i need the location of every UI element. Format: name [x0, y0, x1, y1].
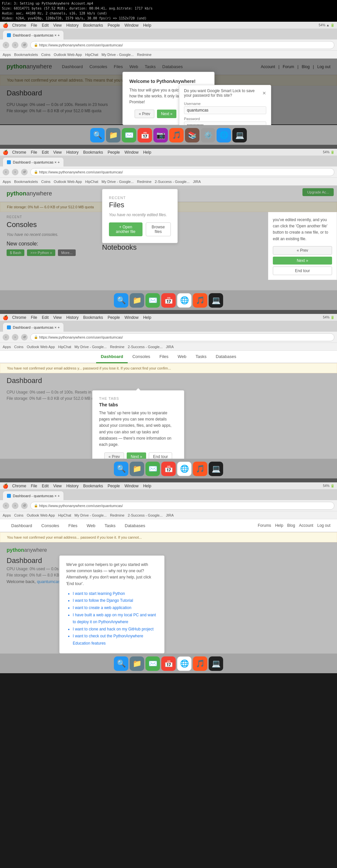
tour-next-btn-1[interactable]: Next » [157, 110, 176, 118]
menu-people-3[interactable]: People [108, 315, 120, 320]
welcome-link-4[interactable]: quantumcas [37, 579, 60, 584]
tour-end-btn-3[interactable]: End tour [149, 453, 172, 459]
helper-item-4[interactable]: I want to clone and hack on my GitHub pr… [73, 626, 158, 633]
menu-window-3[interactable]: Window [124, 315, 139, 320]
forward-btn-3[interactable]: › [12, 334, 19, 341]
dock-finder[interactable]: 🔍 [90, 128, 105, 143]
chrome-tab-2[interactable]: Dashboard - quantumcas × + [3, 157, 64, 166]
dock-terminal-2[interactable]: 💻 [209, 293, 223, 308]
bm-coins-2[interactable]: Coins [41, 180, 50, 184]
back-btn-2[interactable]: ‹ [3, 169, 9, 175]
refresh-btn-1[interactable]: ↺ [21, 42, 28, 49]
helper-item-3[interactable]: I have built a web app on my local PC an… [73, 612, 158, 626]
dock-browser[interactable]: 🌐 [217, 128, 231, 143]
url-bar-3[interactable]: 🔒 https://www.pythonanywhere.com/user/qu… [30, 333, 334, 341]
menu-bookmarks[interactable]: Bookmarks [83, 23, 103, 28]
tour-prev-btn-2[interactable]: « Prev [273, 246, 332, 255]
menu-bookmarks-3[interactable]: Bookmarks [83, 315, 103, 320]
url-bar-1[interactable]: 🔒 https://www.pythonanywhere.com/user/qu… [30, 41, 334, 49]
back-btn-3[interactable]: ‹ [3, 334, 9, 341]
dock-calendar-3[interactable]: 📅 [161, 462, 176, 476]
dock-books[interactable]: 📚 [185, 128, 200, 143]
bookmark-coins[interactable]: Coins [41, 53, 50, 57]
dock-mail-2[interactable]: ✉️ [146, 293, 160, 308]
apple-menu-4[interactable]: 🍎 [3, 483, 8, 489]
dock-music-2[interactable]: 🎵 [193, 293, 207, 308]
header-blog-4[interactable]: Blog [287, 523, 295, 528]
dock-music-4[interactable]: 🎵 [193, 656, 207, 671]
tour-prev-btn-3[interactable]: « Prev [104, 453, 124, 459]
dock-calendar[interactable]: 📅 [137, 128, 152, 143]
back-btn-1[interactable]: ‹ [3, 42, 9, 49]
dock-music[interactable]: 🎵 [169, 128, 184, 143]
menu-people-4[interactable]: People [108, 484, 120, 488]
open-another-file-btn[interactable]: + Open another file [109, 222, 143, 236]
helper-item-5[interactable]: I want to check out the PythonAnywhere E… [73, 633, 158, 647]
menu-edit-3[interactable]: Edit [42, 315, 49, 320]
tab-files-4-nav[interactable]: Files [64, 520, 82, 531]
tour-end-btn-2[interactable]: End tour [273, 267, 332, 275]
bookmark-apps[interactable]: Apps [3, 53, 11, 57]
forward-btn-4[interactable]: › [12, 502, 19, 509]
menu-bookmarks-2[interactable]: Bookmarks [83, 150, 103, 155]
bm-hipchat-3[interactable]: HipChat [58, 345, 71, 349]
bookmark-redmine[interactable]: Redmine [137, 53, 151, 57]
menu-help-4[interactable]: Help [143, 484, 151, 488]
smart-lock-close-icon[interactable]: ✕ [262, 91, 266, 96]
bm-2success-2[interactable]: 2-Success - Google... [155, 180, 189, 184]
menu-history-2[interactable]: History [66, 150, 79, 155]
dock-chrome-4[interactable]: 🌐 [177, 656, 191, 671]
bm-apps-4[interactable]: Apps [3, 513, 11, 517]
bm-redmine-2[interactable]: Redmine [137, 180, 151, 184]
dock-mail-4[interactable]: ✉️ [146, 656, 160, 671]
url-bar-2[interactable]: 🔒 https://www.pythonanywhere.com/user/qu… [30, 168, 334, 176]
menu-history[interactable]: History [66, 23, 79, 28]
dock-calendar-2[interactable]: 📅 [161, 293, 176, 308]
menu-view-4[interactable]: View [53, 484, 62, 488]
menu-window-2[interactable]: Window [124, 150, 139, 155]
dock-settings[interactable]: ⚙️ [201, 128, 215, 143]
menu-people-2[interactable]: People [108, 150, 120, 155]
tab-databases-4-nav[interactable]: Databases [120, 520, 150, 531]
bm-coins-4[interactable]: Coins [14, 513, 23, 517]
bm-outlook-3[interactable]: Outlook Web App [27, 345, 55, 349]
menu-history-4[interactable]: History [66, 484, 79, 488]
menu-view-3[interactable]: View [53, 315, 62, 320]
bookmark-outlook[interactable]: Outlook Web App [54, 53, 82, 57]
menu-help-3[interactable]: Help [143, 315, 151, 320]
bm-2success-4[interactable]: 2-Success - Google... [128, 513, 162, 517]
tab-databases-3[interactable]: Databases [211, 351, 241, 363]
helper-item-2[interactable]: I want to create a web application [73, 604, 158, 612]
menu-chrome-4[interactable]: Chrome [12, 484, 26, 488]
bm-apps-3[interactable]: Apps [3, 345, 11, 349]
dock-mail[interactable]: ✉️ [122, 128, 136, 143]
refresh-btn-3[interactable]: ↺ [21, 334, 28, 341]
apple-menu-2[interactable]: 🍎 [3, 150, 8, 155]
tour-prev-btn-1[interactable]: « Prev [134, 110, 155, 118]
bookmark-bookmarkslets[interactable]: Bookmarkslets [14, 53, 38, 57]
chrome-tab-4[interactable]: Dashboard - quantumcas × + [3, 491, 64, 500]
tab-tasks-4-nav[interactable]: Tasks [100, 520, 120, 531]
bm-gdrive-2[interactable]: My Drive - Google... [102, 180, 134, 184]
dock-files-2[interactable]: 📁 [130, 293, 144, 308]
bm-gdrive-3[interactable]: My Drive - Google... [74, 345, 106, 349]
bm-redmine-4[interactable]: Redmine [110, 513, 124, 517]
helper-item-1[interactable]: I want to follow the Django Tutorial [73, 597, 158, 604]
menu-chrome[interactable]: Chrome [12, 23, 26, 28]
helper-item-0[interactable]: I want to start learning Python [73, 590, 158, 597]
bm-redmine-3[interactable]: Redmine [110, 345, 124, 349]
bm-bookmarkslets-2[interactable]: Bookmarkslets [14, 180, 38, 184]
dock-files-3[interactable]: 📁 [130, 462, 144, 476]
header-help-4[interactable]: Help [275, 523, 283, 528]
dock-chrome-2[interactable]: 🌐 [177, 293, 191, 308]
dock-finder-2[interactable]: 🔍 [114, 293, 128, 308]
tab-web-3[interactable]: Web [173, 351, 191, 363]
browse-files-btn[interactable]: Browse files [146, 222, 171, 236]
menu-edit-2[interactable]: Edit [42, 150, 49, 155]
menu-edit[interactable]: Edit [42, 23, 49, 28]
menu-view-2[interactable]: View [53, 150, 62, 155]
dock-files[interactable]: 📁 [106, 128, 120, 143]
tab-consoles-4-nav[interactable]: Consoles [37, 520, 64, 531]
refresh-btn-4[interactable]: ↺ [21, 502, 28, 509]
dock-finder-4[interactable]: 🔍 [114, 656, 128, 671]
